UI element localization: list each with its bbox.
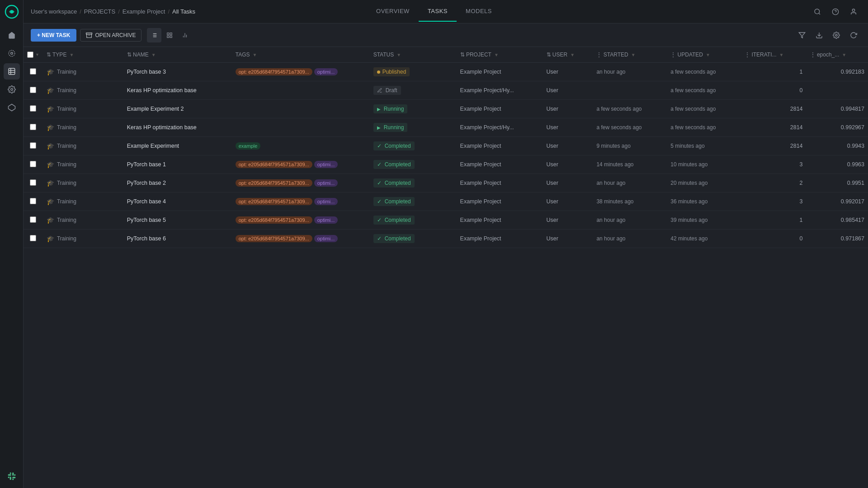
row-tags: opt: e205d684f7954571a7309...optimi... <box>232 192 370 211</box>
filter-icon-name[interactable]: ▼ <box>151 52 156 57</box>
row-status: ▶Running <box>370 118 457 137</box>
sidebar-item-tasks[interactable] <box>4 63 20 80</box>
select-all-chevron[interactable]: ▼ <box>35 52 39 57</box>
training-icon: 🎓 <box>47 235 54 242</box>
table-row[interactable]: 🎓 Training Example Experiment 2 ▶Running… <box>24 100 868 118</box>
sidebar-item-slack[interactable] <box>4 468 20 484</box>
row-name[interactable]: PyTorch base 2 <box>123 174 232 192</box>
row-started: an hour ago <box>593 211 667 230</box>
row-checkbox[interactable] <box>30 235 36 241</box>
table-row[interactable]: 🎓 Training PyTorch base 5 opt: e205d684f… <box>24 211 868 230</box>
row-checkbox[interactable] <box>30 87 36 93</box>
row-checkbox[interactable] <box>30 124 36 130</box>
tab-overview[interactable]: OVERVIEW <box>367 1 419 22</box>
breadcrumb-project[interactable]: Example Project <box>123 8 165 15</box>
col-header-iterations[interactable]: ⋮ ITERATI... ▼ <box>741 47 806 63</box>
tab-models[interactable]: MODELS <box>457 1 501 22</box>
table-row[interactable]: 🎓 Training Keras HP optimization base ▶R… <box>24 118 868 137</box>
col-header-name[interactable]: ⇅ NAME ▼ <box>123 47 232 63</box>
filter-icon-status[interactable]: ▼ <box>396 52 401 57</box>
filter-icon-updated[interactable]: ▼ <box>706 52 710 57</box>
sidebar-item-home[interactable] <box>4 27 20 43</box>
row-name[interactable]: Keras HP optimization base <box>123 81 232 100</box>
tab-tasks[interactable]: TASKS <box>419 1 457 22</box>
columns-button[interactable] <box>829 28 844 42</box>
breadcrumb-workspace[interactable]: User's workspace <box>31 8 77 15</box>
open-archive-button[interactable]: OPEN ARCHIVE <box>80 29 142 42</box>
svg-rect-26 <box>167 36 169 38</box>
search-button[interactable] <box>810 5 825 19</box>
filter-icon-user[interactable]: ▼ <box>570 52 575 57</box>
sidebar-item-settings[interactable] <box>4 81 20 98</box>
row-tags: opt: e205d684f7954571a7309...optimi... <box>232 155 370 174</box>
col-header-updated[interactable]: ⋮ UPDATED ▼ <box>667 47 741 63</box>
filter-icon-started[interactable]: ▼ <box>631 52 636 57</box>
row-checkbox[interactable] <box>30 68 36 75</box>
col-header-started[interactable]: ⋮ STARTED ▼ <box>593 47 667 63</box>
type-label: Training <box>57 235 76 242</box>
filter-icon-project[interactable]: ▼ <box>494 52 499 57</box>
row-project: Example Project <box>457 137 543 155</box>
new-task-button[interactable]: + NEW TASK <box>31 29 76 42</box>
table-row[interactable]: 🎓 Training PyTorch base 2 opt: e205d684f… <box>24 174 868 192</box>
status-badge: ▶Running <box>373 123 408 132</box>
table-row[interactable]: 🎓 Training Keras HP optimization base Dr… <box>24 81 868 100</box>
col-header-type[interactable]: ⇅ TYPE ▼ <box>43 47 123 63</box>
row-name[interactable]: PyTorch base 4 <box>123 192 232 211</box>
view-chart-button[interactable] <box>178 28 192 42</box>
svg-line-11 <box>819 13 820 14</box>
filter-button[interactable] <box>795 28 809 42</box>
row-checkbox[interactable] <box>30 161 36 167</box>
row-checkbox[interactable] <box>30 179 36 186</box>
refresh-button[interactable] <box>846 28 861 42</box>
table-row[interactable]: 🎓 Training PyTorch base 4 opt: e205d684f… <box>24 192 868 211</box>
sidebar-item-experiments[interactable] <box>4 45 20 61</box>
table-row[interactable]: 🎓 Training PyTorch base 1 opt: e205d684f… <box>24 155 868 174</box>
main-content: User's workspace / PROJECTS / Example Pr… <box>24 0 868 488</box>
row-started: a few seconds ago <box>593 118 667 137</box>
row-name[interactable]: Example Experiment <box>123 137 232 155</box>
row-name[interactable]: Keras HP optimization base <box>123 118 232 137</box>
status-badge: ✓Completed <box>373 141 415 150</box>
row-checkbox[interactable] <box>30 198 36 204</box>
filter-icon-type[interactable]: ▼ <box>69 52 74 57</box>
row-epoch <box>807 81 868 100</box>
filter-icon-tags[interactable]: ▼ <box>253 52 257 57</box>
row-updated: 42 minutes ago <box>667 230 741 248</box>
col-header-tags[interactable]: TAGS ▼ <box>232 47 370 63</box>
view-list-button[interactable] <box>147 28 161 42</box>
row-checkbox[interactable] <box>30 216 36 223</box>
table-row[interactable]: 🎓 Training PyTorch base 6 opt: e205d684f… <box>24 230 868 248</box>
table-row[interactable]: 🎓 Training Example Experiment example ✓C… <box>24 137 868 155</box>
row-epoch: 0.9963 <box>807 155 868 174</box>
filter-icon-iterations[interactable]: ▼ <box>779 52 784 57</box>
row-checkbox[interactable] <box>30 105 36 112</box>
row-user: User <box>543 174 593 192</box>
row-tags <box>232 100 370 118</box>
col-header-project[interactable]: ⇅ PROJECT ▼ <box>457 47 543 63</box>
row-name[interactable]: PyTorch base 6 <box>123 230 232 248</box>
help-button[interactable] <box>828 5 843 19</box>
row-checkbox[interactable] <box>30 142 36 149</box>
row-name[interactable]: PyTorch base 1 <box>123 155 232 174</box>
col-header-user[interactable]: ⇅ USER ▼ <box>543 47 593 63</box>
row-name[interactable]: Example Experiment 2 <box>123 100 232 118</box>
breadcrumb-projects[interactable]: PROJECTS <box>84 8 115 15</box>
select-all-checkbox[interactable] <box>27 52 33 58</box>
sidebar-item-pipelines[interactable] <box>4 99 20 116</box>
row-name[interactable]: PyTorch base 5 <box>123 211 232 230</box>
training-icon: 🎓 <box>47 142 54 150</box>
row-checkbox-cell <box>24 192 43 211</box>
user-profile-button[interactable] <box>846 5 861 19</box>
col-header-epoch[interactable]: ⋮ epoch_... ▼ <box>807 47 868 63</box>
download-button[interactable] <box>812 28 826 42</box>
col-header-status[interactable]: STATUS ▼ <box>370 47 457 63</box>
type-label: Training <box>57 143 76 149</box>
app-logo[interactable] <box>4 4 20 20</box>
view-grid-button[interactable] <box>162 28 177 42</box>
filter-icon-epoch[interactable]: ▼ <box>842 52 846 57</box>
row-iterations: 3 <box>741 155 806 174</box>
row-name[interactable]: PyTorch base 3 <box>123 63 232 81</box>
tag: example <box>236 142 261 150</box>
table-row[interactable]: 🎓 Training PyTorch base 3 opt: e205d684f… <box>24 63 868 81</box>
